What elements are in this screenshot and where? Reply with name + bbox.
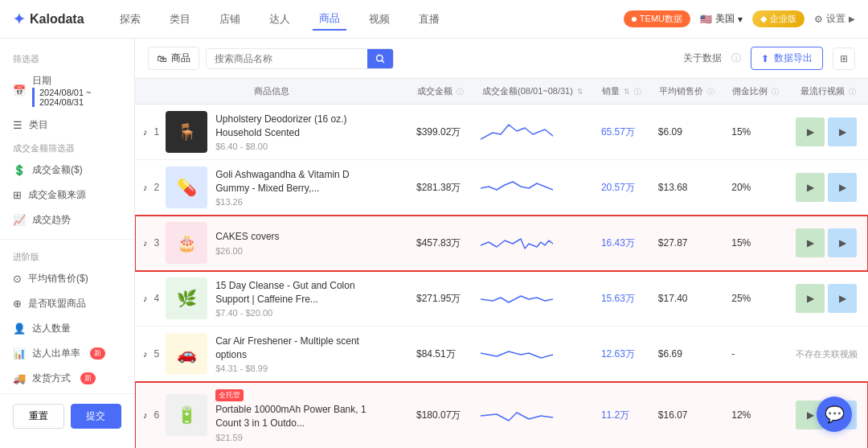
video-thumb-2[interactable]: ▶ [828,284,857,313]
product-type-button[interactable]: 🛍 商品 [148,47,199,70]
commission-value: 15% [731,126,751,138]
video-thumb-1[interactable]: ▶ [796,228,825,257]
table-row[interactable]: ♪ 3 🎂 CAKES covers $26.00 $457.83万 16.43… [135,216,868,271]
monthly-chart-cell [473,327,593,382]
rank-cell: ♪ 2 💊 Goli Ashwagandha & Vitamin D Gummy… [135,160,408,216]
date-label: 日期 [32,74,121,88]
sidebar-item-avg-price[interactable]: ⊙ 平均销售价($) [0,266,134,291]
nav-store[interactable]: 店铺 [213,9,247,30]
temu-dot [632,17,637,22]
logo-icon: ✦ [13,10,25,28]
nav-category[interactable]: 类目 [163,9,197,30]
view-toggle-button[interactable]: ⊞ [833,47,855,70]
sidebar-item-affiliate[interactable]: ⊕ 是否联盟商品 [0,291,134,316]
rank-number: 2 [154,182,160,193]
sidebar-item-creator-single[interactable]: 📊 达人出单率 新 [0,341,134,366]
avg-price-cell: $17.40 [650,271,723,327]
video-thumb-2[interactable]: ▶ [828,173,857,202]
search-input[interactable] [207,49,367,68]
sidebar-item-amount-trend[interactable]: 📈 成交趋势 [0,208,134,232]
date-value: 2024/08/01 ~ 2024/08/31 [32,88,121,107]
avg-price-cell: $6.09 [650,105,723,160]
region-selector[interactable]: 🇺🇸 美国 ▾ [700,12,743,26]
product-info: CAKES covers $26.00 [215,230,279,256]
col-trending-video[interactable]: 最流行视频 ⓘ [788,79,868,105]
help-text[interactable]: 关于数据 [683,51,722,65]
table-row[interactable]: ♪ 5 🚗 Car Air Freshener - Multiple scent… [135,327,868,382]
video-thumbnails: ▶ ▶ [796,117,860,146]
mini-chart [481,117,553,146]
monthly-chart-cell [473,105,593,160]
product-price: $26.00 [215,246,279,256]
rank-number: 4 [154,293,160,304]
col-amount[interactable]: 成交金额 ⓘ [408,79,473,105]
video-thumb-1[interactable]: ▶ [796,173,825,202]
col-monthly-amount[interactable]: 成交金额(08/01~08/31) ⇅ [473,79,593,105]
nav-creator[interactable]: 达人 [263,9,297,30]
export-button[interactable]: ⬆ 数据导出 [751,47,823,70]
col-avg-price[interactable]: 平均销售价 ⓘ [650,79,723,105]
play-icon: ▶ [807,126,814,138]
avg-price-cell: $6.69 [650,327,723,382]
play-icon: ▶ [839,126,846,138]
reset-button[interactable]: 重置 [13,404,64,429]
sales-value: 12.63万 [601,348,635,360]
chat-button[interactable]: 💬 [817,397,852,432]
tiktok-icon: ♪ [143,410,148,420]
product-cell: 🔋 全托管 Portable 10000mAh Power Bank, 1 Co… [166,388,376,442]
search-button[interactable] [367,49,393,68]
product-name: Car Air Freshener - Multiple scent optio… [215,335,376,362]
product-table-container: 商品信息 成交金额 ⓘ 成交金额(08/01~08/31) ⇅ 销量 ⇅ ⓘ 平 [135,79,868,448]
rank-cell: ♪ 3 🎂 CAKES covers $26.00 [135,216,408,271]
sidebar-item-category[interactable]: ☰ 类目 [0,113,134,138]
rank-cell: ♪ 5 🚗 Car Air Freshener - Multiple scent… [135,327,408,382]
commission-cell: 25% [723,271,788,327]
source-icon: ⊞ [13,189,22,201]
toolbar-right: 关于数据 ⓘ ⬆ 数据导出 ⊞ [683,47,855,70]
sidebar-item-amount-s[interactable]: 💲 成交金额($) [0,158,134,183]
settings-label: 设置 [826,12,845,26]
nav-live[interactable]: 直播 [412,9,446,30]
table-row[interactable]: ♪ 6 🔋 全托管 Portable 10000mAh Power Bank, … [135,382,868,449]
amount-cell: $84.51万 [408,327,473,382]
sales-value: 16.43万 [601,237,635,249]
table-row[interactable]: ♪ 2 💊 Goli Ashwagandha & Vitamin D Gummy… [135,160,868,216]
grid-icon: ⊞ [840,53,848,64]
commission-value: 12% [731,409,751,421]
amount-cell: $180.07万 [408,382,473,449]
chat-icon: 💬 [825,405,845,424]
temu-badge[interactable]: TEMU数据 [624,10,690,27]
video-thumb-2[interactable]: ▶ [828,228,857,257]
submit-button[interactable]: 提交 [71,404,122,429]
rank-cell: ♪ 1 🪑 Upholstery Deodorizer (16 oz.) Hou… [135,105,408,160]
avg-price-label: 平均销售价($) [28,272,88,286]
table-row[interactable]: ♪ 1 🪑 Upholstery Deodorizer (16 oz.) Hou… [135,105,868,160]
table-row[interactable]: ♪ 4 🌿 15 Day Cleanse - Gut and Colon Sup… [135,271,868,327]
col-sales[interactable]: 销量 ⇅ ⓘ [593,79,650,105]
mini-chart [481,228,553,257]
nav-product[interactable]: 商品 [313,8,346,31]
nav-video[interactable]: 视频 [362,9,396,30]
sidebar-item-amount-source[interactable]: ⊞ 成交金额来源 [0,183,134,208]
amount-filter-label: 成交金额筛选器 [0,138,134,158]
video-thumb-2[interactable]: ▶ [828,117,857,146]
video-thumbnails: ▶ ▶ [796,284,860,313]
logo[interactable]: ✦ Kalodata [13,10,84,28]
settings-button[interactable]: ⚙ 设置 ▶ [814,12,855,26]
video-thumb-1[interactable]: ▶ [796,117,825,146]
mini-chart [481,172,553,201]
content-area: 🛍 商品 关于数据 ⓘ ⬆ [135,39,868,448]
col-commission[interactable]: 佣金比例 ⓘ [723,79,788,105]
product-price: $21.59 [215,433,376,442]
trend-icon: 📈 [13,214,26,226]
sidebar-item-ship-method[interactable]: 🚚 发货方式 新 [0,366,134,391]
nav-explore[interactable]: 探索 [113,9,147,30]
avg-price-value: $6.69 [658,348,682,360]
sidebar-item-date[interactable]: 📅 日期 2024/08/01 ~ 2024/08/31 [0,68,134,113]
enterprise-badge[interactable]: ◆ 企业版 [752,10,805,27]
amount-cell: $399.02万 [408,105,473,160]
product-name: CAKES covers [215,230,279,244]
sidebar-item-creator-count[interactable]: 👤 达人数量 [0,316,134,341]
video-thumb-1[interactable]: ▶ [796,284,825,313]
amount-value: $180.07万 [416,409,461,421]
